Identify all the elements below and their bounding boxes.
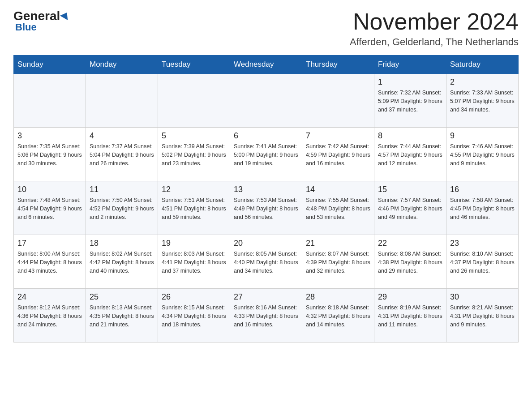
month-title: November 2024 bbox=[350, 9, 519, 34]
day-info: Sunrise: 7:58 AM Sunset: 4:45 PM Dayligh… bbox=[450, 196, 515, 221]
col-wednesday: Wednesday bbox=[230, 56, 302, 74]
logo-triangle-icon bbox=[60, 10, 71, 20]
title-area: November 2024 Afferden, Gelderland, The … bbox=[350, 9, 519, 48]
table-row: 29Sunrise: 8:19 AM Sunset: 4:31 PM Dayli… bbox=[374, 289, 446, 342]
table-row: 13Sunrise: 7:53 AM Sunset: 4:49 PM Dayli… bbox=[230, 181, 302, 235]
table-row: 17Sunrise: 8:00 AM Sunset: 4:44 PM Dayli… bbox=[14, 235, 86, 289]
table-row: 7Sunrise: 7:42 AM Sunset: 4:59 PM Daylig… bbox=[302, 128, 374, 181]
table-row: 2Sunrise: 7:33 AM Sunset: 5:07 PM Daylig… bbox=[446, 74, 519, 128]
day-info: Sunrise: 7:33 AM Sunset: 5:07 PM Dayligh… bbox=[450, 89, 515, 114]
table-row bbox=[230, 74, 302, 128]
day-number: 16 bbox=[450, 185, 515, 194]
day-number: 23 bbox=[450, 239, 515, 248]
table-row: 30Sunrise: 8:21 AM Sunset: 4:31 PM Dayli… bbox=[446, 289, 519, 342]
day-number: 24 bbox=[17, 292, 82, 302]
day-info: Sunrise: 7:51 AM Sunset: 4:51 PM Dayligh… bbox=[162, 196, 226, 221]
day-number: 4 bbox=[90, 131, 154, 141]
day-info: Sunrise: 7:44 AM Sunset: 4:57 PM Dayligh… bbox=[378, 142, 442, 167]
day-info: Sunrise: 8:05 AM Sunset: 4:40 PM Dayligh… bbox=[234, 250, 298, 275]
day-info: Sunrise: 7:50 AM Sunset: 4:52 PM Dayligh… bbox=[90, 196, 154, 221]
table-row: 21Sunrise: 8:07 AM Sunset: 4:39 PM Dayli… bbox=[302, 235, 374, 289]
day-number: 14 bbox=[306, 185, 370, 194]
day-number: 22 bbox=[378, 239, 442, 248]
table-row: 20Sunrise: 8:05 AM Sunset: 4:40 PM Dayli… bbox=[230, 235, 302, 289]
calendar-week-row: 24Sunrise: 8:12 AM Sunset: 4:36 PM Dayli… bbox=[14, 289, 519, 342]
day-number: 12 bbox=[162, 185, 226, 194]
day-info: Sunrise: 7:32 AM Sunset: 5:09 PM Dayligh… bbox=[378, 89, 442, 114]
day-info: Sunrise: 8:07 AM Sunset: 4:39 PM Dayligh… bbox=[306, 250, 370, 275]
day-info: Sunrise: 7:41 AM Sunset: 5:00 PM Dayligh… bbox=[234, 142, 298, 167]
day-info: Sunrise: 8:00 AM Sunset: 4:44 PM Dayligh… bbox=[17, 250, 82, 275]
day-info: Sunrise: 7:39 AM Sunset: 5:02 PM Dayligh… bbox=[162, 142, 226, 167]
table-row: 23Sunrise: 8:10 AM Sunset: 4:37 PM Dayli… bbox=[446, 235, 519, 289]
day-number: 6 bbox=[234, 131, 298, 141]
col-friday: Friday bbox=[374, 56, 446, 74]
day-number: 5 bbox=[162, 131, 226, 141]
day-info: Sunrise: 8:08 AM Sunset: 4:38 PM Dayligh… bbox=[378, 250, 442, 275]
day-number: 26 bbox=[162, 292, 226, 302]
day-number: 17 bbox=[17, 239, 82, 248]
table-row: 14Sunrise: 7:55 AM Sunset: 4:48 PM Dayli… bbox=[302, 181, 374, 235]
table-row bbox=[86, 74, 158, 128]
table-row: 15Sunrise: 7:57 AM Sunset: 4:46 PM Dayli… bbox=[374, 181, 446, 235]
calendar-week-row: 10Sunrise: 7:48 AM Sunset: 4:54 PM Dayli… bbox=[14, 181, 519, 235]
table-row: 25Sunrise: 8:13 AM Sunset: 4:35 PM Dayli… bbox=[86, 289, 158, 342]
day-number: 9 bbox=[450, 131, 515, 141]
day-info: Sunrise: 8:13 AM Sunset: 4:35 PM Dayligh… bbox=[90, 304, 154, 329]
day-number: 10 bbox=[17, 185, 82, 194]
table-row: 26Sunrise: 8:15 AM Sunset: 4:34 PM Dayli… bbox=[158, 289, 230, 342]
logo: General Blue bbox=[13, 9, 70, 33]
table-row: 8Sunrise: 7:44 AM Sunset: 4:57 PM Daylig… bbox=[374, 128, 446, 181]
location-subtitle: Afferden, Gelderland, The Netherlands bbox=[350, 36, 519, 48]
day-number: 2 bbox=[450, 77, 515, 87]
table-row bbox=[14, 74, 86, 128]
day-info: Sunrise: 8:18 AM Sunset: 4:32 PM Dayligh… bbox=[306, 304, 370, 329]
day-number: 29 bbox=[378, 292, 442, 302]
day-info: Sunrise: 8:16 AM Sunset: 4:33 PM Dayligh… bbox=[234, 304, 298, 329]
day-number: 13 bbox=[234, 185, 298, 194]
day-info: Sunrise: 7:37 AM Sunset: 5:04 PM Dayligh… bbox=[90, 142, 154, 167]
col-monday: Monday bbox=[86, 56, 158, 74]
day-number: 8 bbox=[378, 131, 442, 141]
table-row: 12Sunrise: 7:51 AM Sunset: 4:51 PM Dayli… bbox=[158, 181, 230, 235]
day-number: 21 bbox=[306, 239, 370, 248]
day-number: 7 bbox=[306, 131, 370, 141]
table-row: 9Sunrise: 7:46 AM Sunset: 4:55 PM Daylig… bbox=[446, 128, 519, 181]
page-header: General Blue November 2024 Afferden, Gel… bbox=[13, 9, 519, 48]
day-number: 11 bbox=[90, 185, 154, 194]
day-info: Sunrise: 8:21 AM Sunset: 4:31 PM Dayligh… bbox=[450, 304, 515, 329]
day-info: Sunrise: 8:12 AM Sunset: 4:36 PM Dayligh… bbox=[17, 304, 82, 329]
table-row: 24Sunrise: 8:12 AM Sunset: 4:36 PM Dayli… bbox=[14, 289, 86, 342]
day-info: Sunrise: 8:15 AM Sunset: 4:34 PM Dayligh… bbox=[162, 304, 226, 329]
table-row: 27Sunrise: 8:16 AM Sunset: 4:33 PM Dayli… bbox=[230, 289, 302, 342]
table-row: 1Sunrise: 7:32 AM Sunset: 5:09 PM Daylig… bbox=[374, 74, 446, 128]
calendar-week-row: 1Sunrise: 7:32 AM Sunset: 5:09 PM Daylig… bbox=[14, 74, 519, 128]
day-number: 28 bbox=[306, 292, 370, 302]
table-row: 18Sunrise: 8:02 AM Sunset: 4:42 PM Dayli… bbox=[86, 235, 158, 289]
col-sunday: Sunday bbox=[14, 56, 86, 74]
table-row: 19Sunrise: 8:03 AM Sunset: 4:41 PM Dayli… bbox=[158, 235, 230, 289]
col-tuesday: Tuesday bbox=[158, 56, 230, 74]
day-info: Sunrise: 7:42 AM Sunset: 4:59 PM Dayligh… bbox=[306, 142, 370, 167]
day-number: 19 bbox=[162, 239, 226, 248]
calendar-table: Sunday Monday Tuesday Wednesday Thursday… bbox=[13, 55, 519, 342]
day-info: Sunrise: 8:02 AM Sunset: 4:42 PM Dayligh… bbox=[90, 250, 154, 275]
day-number: 30 bbox=[450, 292, 515, 302]
day-info: Sunrise: 7:48 AM Sunset: 4:54 PM Dayligh… bbox=[17, 196, 82, 221]
logo-blue-text: Blue bbox=[15, 21, 37, 33]
table-row: 3Sunrise: 7:35 AM Sunset: 5:06 PM Daylig… bbox=[14, 128, 86, 181]
day-number: 18 bbox=[90, 239, 154, 248]
day-number: 25 bbox=[90, 292, 154, 302]
col-thursday: Thursday bbox=[302, 56, 374, 74]
day-info: Sunrise: 7:46 AM Sunset: 4:55 PM Dayligh… bbox=[450, 142, 515, 167]
calendar-header-row: Sunday Monday Tuesday Wednesday Thursday… bbox=[14, 56, 519, 74]
day-number: 20 bbox=[234, 239, 298, 248]
day-number: 15 bbox=[378, 185, 442, 194]
table-row bbox=[158, 74, 230, 128]
table-row: 4Sunrise: 7:37 AM Sunset: 5:04 PM Daylig… bbox=[86, 128, 158, 181]
col-saturday: Saturday bbox=[446, 56, 519, 74]
day-number: 1 bbox=[378, 77, 442, 87]
day-info: Sunrise: 8:10 AM Sunset: 4:37 PM Dayligh… bbox=[450, 250, 515, 275]
day-info: Sunrise: 7:57 AM Sunset: 4:46 PM Dayligh… bbox=[378, 196, 442, 221]
day-info: Sunrise: 7:55 AM Sunset: 4:48 PM Dayligh… bbox=[306, 196, 370, 221]
